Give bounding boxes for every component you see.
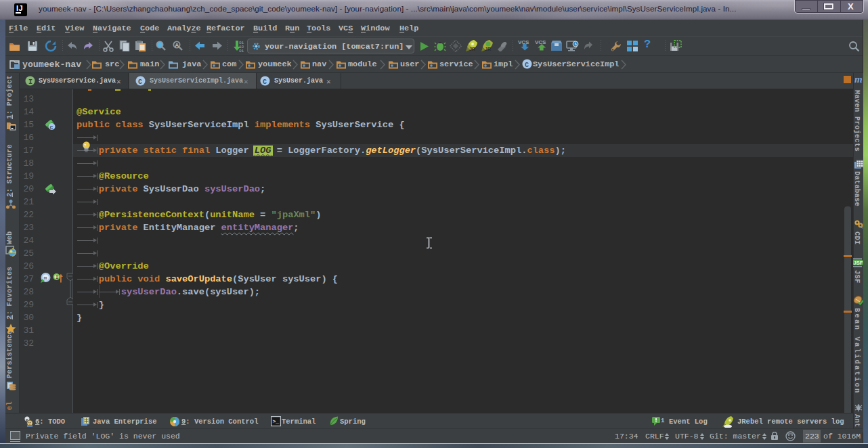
svg-text:01: 01 [239,49,244,53]
svg-text:C: C [525,62,529,69]
svg-text:m: m [44,275,47,281]
svg-text:>_: >_ [273,418,280,424]
svg-text:VCS: VCS [535,39,546,45]
svg-text:I: I [28,79,32,86]
svg-text:C: C [138,79,142,86]
svg-text:JR: JR [469,47,475,51]
svg-text:C: C [263,79,267,86]
svg-text:JSF: JSF [854,260,863,266]
svg-text:I: I [56,275,58,280]
svg-text:C: C [50,125,53,131]
svg-text:A: A [175,42,179,49]
svg-text:JR: JR [485,47,491,51]
